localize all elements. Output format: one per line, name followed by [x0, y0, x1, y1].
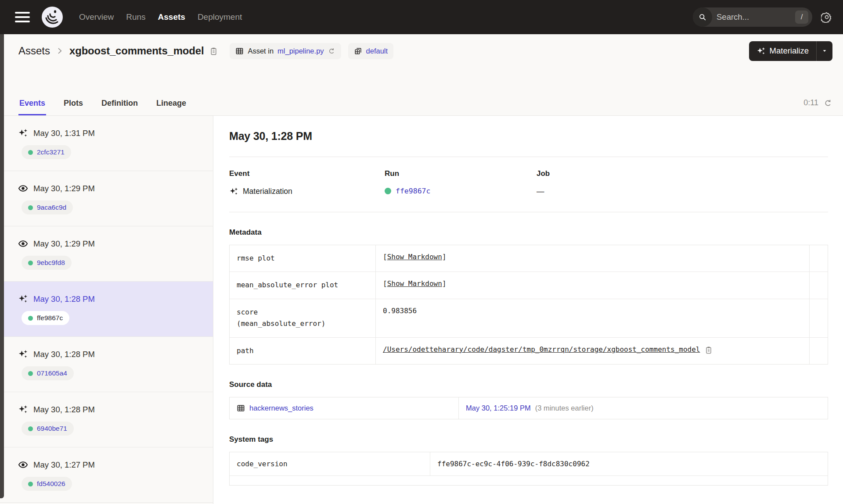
search-input[interactable] — [717, 12, 782, 22]
run-status-dot — [385, 188, 391, 194]
system-tag-value: ffe9867c-ec9c-4f06-939c-f8dc830c0962 — [430, 452, 828, 475]
sparkle-icon — [757, 46, 766, 56]
run-id-link[interactable]: 9aca6c9d — [22, 200, 73, 214]
run-id-link[interactable]: 6940be71 — [22, 422, 74, 436]
search-icon — [693, 7, 712, 27]
run-status-dot — [28, 261, 33, 265]
event-list-item[interactable]: May 30, 1:29 PM 9aca6c9d — [0, 171, 213, 226]
metadata-extra-cell — [810, 299, 828, 337]
event-detail-panel: May 30, 1:28 PM Event Materialization Ru… — [213, 116, 843, 504]
materialize-split-button: Materialize — [749, 41, 832, 61]
nav-item-overview[interactable]: Overview — [79, 12, 114, 22]
event-time: May 30, 1:29 PM — [33, 184, 95, 193]
metadata-key: rmse plot — [230, 245, 376, 272]
materialize-button[interactable]: Materialize — [749, 41, 816, 61]
event-list-item[interactable]: May 30, 1:27 PM fd540026 — [0, 447, 213, 503]
run-id-link[interactable]: 9ebc9fd8 — [22, 256, 72, 270]
hamburger-menu-button[interactable] — [15, 12, 30, 22]
metadata-row: path /Users/odetteharary/code/dagster/tm… — [230, 337, 828, 364]
event-list-item-selected[interactable]: May 30, 1:28 PM ffe9867c — [0, 282, 213, 337]
materialization-icon — [18, 128, 28, 138]
metadata-key: mean_absolute_error plot — [230, 272, 376, 298]
tab-events[interactable]: Events — [18, 94, 46, 115]
breadcrumb-assets-link[interactable]: Assets — [18, 45, 50, 57]
run-status-dot — [28, 316, 33, 321]
run-status-dot — [28, 371, 33, 376]
copy-asset-name-icon[interactable] — [209, 46, 218, 56]
metadata-row: mean_absolute_error plot [Show Markdown] — [230, 272, 828, 298]
metadata-key: path — [230, 338, 376, 364]
default-repo-link[interactable]: default — [366, 47, 388, 55]
asset-name-title: xgboost_comments_model — [69, 45, 204, 57]
slash-shortcut-badge: / — [795, 11, 808, 24]
source-data-heading: Source data — [229, 380, 828, 389]
source-timestamp-link[interactable]: May 30, 1:25:19 PM — [466, 404, 531, 412]
storage-path-link[interactable]: /Users/odetteharary/code/dagster/tmp_0mz… — [383, 345, 700, 354]
run-status-dot — [28, 150, 33, 155]
show-markdown-link[interactable]: [Show Markdown] — [383, 279, 447, 288]
run-status-dot — [28, 205, 33, 210]
run-id-link[interactable]: ffe9867c — [396, 187, 430, 195]
materialization-icon — [18, 349, 28, 359]
run-id-link[interactable]: fd540026 — [22, 477, 72, 491]
materialization-icon — [229, 187, 238, 196]
refresh-icon[interactable] — [824, 99, 832, 107]
event-list-item[interactable]: May 30, 1:28 PM 6940be71 — [0, 392, 213, 447]
run-status-dot — [28, 426, 33, 431]
event-summary-grid: Event Materialization Run ffe9867c — [229, 169, 828, 196]
repo-icon — [354, 47, 362, 55]
source-asset-link[interactable]: hackernews_stories — [249, 404, 313, 412]
asset-tabs: Events Plots Definition Lineage 0:11 — [0, 68, 843, 116]
system-tag-row: code_version ffe9867c-ec9c-4f06-939c-f8d… — [230, 452, 828, 475]
run-status-dot — [28, 482, 33, 486]
event-time: May 30, 1:27 PM — [33, 460, 95, 470]
top-nav: Overview Runs Assets Deployment / — [0, 0, 843, 34]
event-time: May 30, 1:28 PM — [33, 350, 95, 359]
system-tags-table: code_version ffe9867c-ec9c-4f06-939c-f8d… — [229, 452, 828, 486]
tab-lineage[interactable]: Lineage — [155, 94, 187, 115]
reload-location-icon[interactable] — [328, 47, 335, 55]
nav-item-deployment[interactable]: Deployment — [198, 12, 242, 22]
dagster-logo[interactable] — [41, 6, 63, 28]
metadata-extra-cell — [810, 338, 828, 364]
primary-nav: Overview Runs Assets Deployment — [79, 12, 242, 22]
event-list-item[interactable]: May 30, 1:31 PM 2cfc3271 — [0, 116, 213, 171]
table-grid-icon — [237, 404, 245, 412]
system-tag-row-clipped — [230, 475, 828, 485]
source-data-table: hackernews_stories May 30, 1:25:19 PM (3… — [229, 397, 828, 419]
asset-header-row: Assets xgboost_comments_model Asset in — [0, 34, 843, 68]
event-list-sidebar: May 30, 1:31 PM 2cfc3271 May 30, 1:29 PM… — [0, 116, 213, 504]
content-area: May 30, 1:31 PM 2cfc3271 May 30, 1:29 PM… — [0, 116, 843, 504]
nav-right: / — [693, 7, 832, 27]
tab-definition[interactable]: Definition — [101, 94, 139, 115]
search-bar[interactable]: / — [693, 7, 812, 27]
nav-item-assets[interactable]: Assets — [158, 12, 185, 22]
materialize-dropdown-caret[interactable] — [817, 41, 832, 61]
materialization-icon — [18, 294, 28, 304]
system-tag-key: code_version — [230, 452, 430, 475]
run-id-link[interactable]: 2cfc3271 — [22, 145, 71, 159]
job-column-label: Job — [537, 169, 828, 178]
metadata-heading: Metadata — [229, 228, 828, 237]
score-value: 0.983856 — [383, 307, 417, 315]
event-time: May 30, 1:31 PM — [33, 129, 95, 138]
materialization-icon — [18, 404, 28, 415]
event-type-value: Materialization — [243, 187, 292, 196]
copy-path-icon[interactable] — [704, 345, 713, 354]
event-detail-title: May 30, 1:28 PM — [229, 130, 828, 143]
asset-location-badge: Asset in ml_pipeline.py — [230, 43, 341, 59]
metadata-key: score (mean_absolute_error) — [230, 299, 376, 337]
metadata-row: score (mean_absolute_error) 0.983856 — [230, 299, 828, 337]
gear-icon[interactable] — [821, 11, 832, 23]
tab-plots[interactable]: Plots — [63, 94, 84, 115]
event-list-item[interactable]: May 30, 1:28 PM 071605a4 — [0, 337, 213, 392]
pipeline-file-link[interactable]: ml_pipeline.py — [277, 47, 324, 55]
event-time: May 30, 1:29 PM — [33, 239, 95, 249]
run-id-link[interactable]: ffe9867c — [22, 311, 69, 325]
event-list-item[interactable]: May 30, 1:29 PM 9ebc9fd8 — [0, 226, 213, 282]
nav-item-runs[interactable]: Runs — [126, 12, 145, 22]
show-markdown-link[interactable]: [Show Markdown] — [383, 253, 447, 261]
event-time: May 30, 1:28 PM — [33, 294, 95, 304]
run-id-link[interactable]: 071605a4 — [22, 366, 74, 380]
event-column-label: Event — [229, 169, 385, 178]
